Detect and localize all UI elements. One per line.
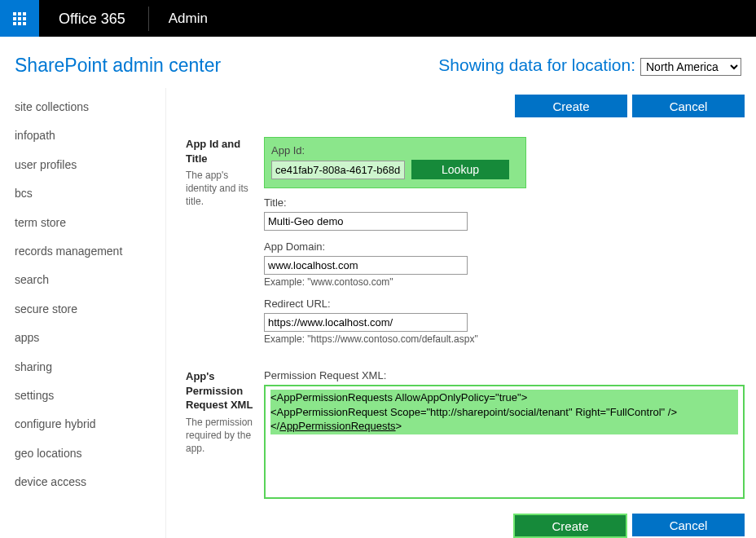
bottom-button-row: Create Cancel [186, 514, 745, 538]
sidebar-item-search[interactable]: search [15, 266, 165, 294]
location-selector-wrap: Showing data for location: North America [438, 55, 741, 76]
title-bar: SharePoint admin center Showing data for… [0, 37, 756, 88]
cancel-button-bottom[interactable]: Cancel [632, 514, 745, 536]
create-button-top[interactable]: Create [515, 95, 627, 117]
xml-label: Permission Request XML: [264, 369, 745, 381]
cancel-button-top[interactable]: Cancel [632, 95, 745, 117]
redirect-input[interactable] [264, 313, 468, 332]
sidebar-item-settings[interactable]: settings [15, 381, 165, 410]
sidebar-item-site-collections[interactable]: site collections [15, 93, 165, 121]
section-desc-xml: The permission required by the app. [186, 416, 256, 456]
sidebar-nav: site collections infopath user profiles … [0, 88, 166, 538]
domain-label: App Domain: [264, 240, 745, 253]
section-app-id-title: App Id and Title The app's identity and … [186, 137, 745, 355]
redirect-label: Redirect URL: [264, 298, 745, 310]
section-title-appid: App Id and Title [186, 137, 256, 165]
lookup-button[interactable]: Lookup [411, 160, 509, 179]
sidebar-item-geo-locations[interactable]: geo locations [15, 439, 165, 468]
section-title-xml: App's Permission Request XML [186, 369, 256, 412]
location-label: Showing data for location: [438, 55, 635, 75]
redirect-example: Example: "https://www.contoso.com/defaul… [264, 333, 745, 345]
top-ribbon: Office 365 Admin [0, 0, 756, 37]
appid-highlight-box: App Id: Lookup [264, 137, 526, 188]
title-label: Title: [264, 196, 745, 209]
domain-input[interactable] [264, 256, 468, 275]
sidebar-item-user-profiles[interactable]: user profiles [15, 151, 165, 179]
appid-label: App Id: [271, 144, 519, 157]
sidebar-item-infopath[interactable]: infopath [15, 121, 165, 150]
top-button-row: Create Cancel [186, 95, 745, 117]
appid-input[interactable] [271, 161, 405, 179]
domain-example: Example: "www.contoso.com" [264, 276, 745, 288]
section-desc-appid: The app's identity and its title. [186, 169, 256, 209]
sidebar-item-term-store[interactable]: term store [15, 209, 165, 237]
sidebar-item-apps[interactable]: apps [15, 324, 165, 352]
sidebar-item-secure-store[interactable]: secure store [15, 295, 165, 324]
waffle-icon [13, 12, 26, 25]
main-content: Create Cancel App Id and Title The app's… [166, 88, 756, 538]
app-name-label: Admin [149, 11, 208, 27]
permission-xml-textarea[interactable]: <AppPermissionRequests AllowAppOnlyPolic… [264, 385, 745, 499]
app-launcher-icon[interactable] [0, 0, 39, 37]
sidebar-item-device-access[interactable]: device access [15, 468, 165, 496]
page-title: SharePoint admin center [15, 55, 221, 77]
sidebar-item-sharing[interactable]: sharing [15, 353, 165, 381]
location-select[interactable]: North America [640, 58, 741, 76]
sidebar-item-bcs[interactable]: bcs [15, 179, 165, 208]
title-input[interactable] [264, 212, 468, 231]
sidebar-item-configure-hybrid[interactable]: configure hybrid [15, 410, 165, 439]
brand-label[interactable]: Office 365 [39, 7, 149, 31]
create-button-bottom[interactable]: Create [513, 514, 627, 538]
section-permission-xml: App's Permission Request XML The permiss… [186, 369, 745, 499]
sidebar-item-records-management[interactable]: records management [15, 237, 165, 266]
